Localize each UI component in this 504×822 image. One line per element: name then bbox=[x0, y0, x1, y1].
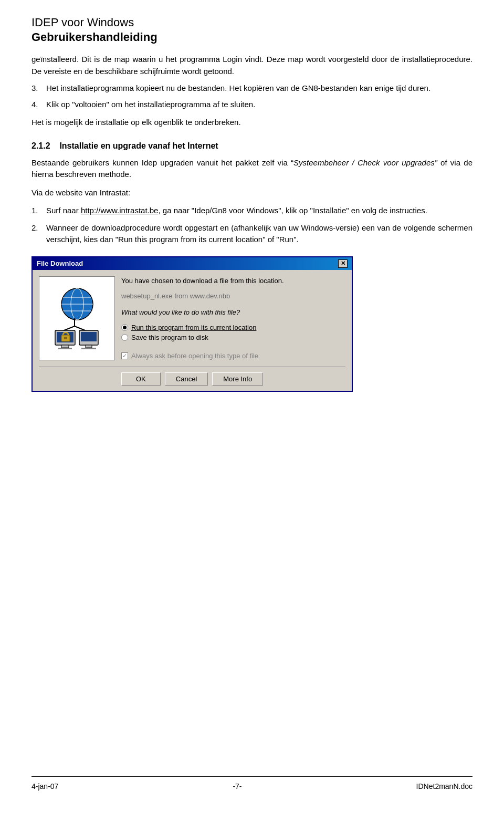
dialog-text-area: You have chosen to download a file from … bbox=[121, 276, 345, 360]
dialog-titlebar: File Download ✕ bbox=[33, 257, 352, 270]
step-3-text: Het installatieprogramma kopieert nu de … bbox=[46, 82, 472, 95]
website-step-1: 1. Surf naar http://www.intrastat.be, ga… bbox=[32, 205, 472, 217]
radio-run[interactable]: Run this program from its current locati… bbox=[121, 324, 345, 331]
website-step-2-number: 2. bbox=[32, 222, 46, 246]
svg-rect-10 bbox=[61, 345, 69, 348]
svg-rect-15 bbox=[81, 332, 97, 341]
step-4: 4. Klik op "voltooien" om het installati… bbox=[32, 99, 472, 111]
footer-page: -7- bbox=[233, 782, 242, 790]
radio-run-circle[interactable] bbox=[121, 324, 128, 331]
ok-button[interactable]: OK bbox=[121, 372, 161, 386]
website-step-1-number: 1. bbox=[32, 205, 46, 217]
header-title: IDEP voor Windows bbox=[32, 16, 472, 29]
page-footer: 4-jan-07 -7- IDNet2manN.doc bbox=[32, 776, 472, 790]
svg-rect-11 bbox=[58, 348, 72, 349]
radio-group: Run this program from its current locati… bbox=[121, 324, 345, 341]
dialog-buttons: OK Cancel More Info bbox=[33, 367, 352, 391]
dialog-filename: websetup_nl.exe from www.dev.nbb bbox=[121, 292, 345, 300]
website-step-1-text: Surf naar http://www.intrastat.be, ga na… bbox=[46, 205, 472, 217]
always-ask-row[interactable]: ✓ Always ask before opening this type of… bbox=[121, 352, 345, 360]
website-step-2-text: Wanneer de downloadprocedure wordt opges… bbox=[46, 222, 472, 246]
dialog-icon-area bbox=[39, 276, 115, 360]
section-title: Installatie en upgrade vanaf het Interne… bbox=[59, 141, 218, 150]
dialog-question: What would you like to do with this file… bbox=[121, 308, 345, 316]
website-step-2-container: 2. Wanneer de downloadprocedure wordt op… bbox=[32, 222, 472, 246]
section-heading: 2.1.2 Installatie en upgrade vanaf het I… bbox=[32, 141, 472, 151]
checkbox-check-mark: ✓ bbox=[122, 352, 127, 359]
intrastat-link[interactable]: http://www.intrastat.be bbox=[81, 206, 159, 215]
dialog-overlay: File Download ✕ bbox=[32, 256, 472, 392]
section-intro: Bestaande gebruikers kunnen Idep upgrade… bbox=[32, 157, 472, 181]
dialog-close-button[interactable]: ✕ bbox=[338, 259, 348, 268]
intro-paragraph: geïnstalleerd. Dit is de map waarin u he… bbox=[32, 54, 472, 77]
more-info-button[interactable]: More Info bbox=[212, 372, 263, 386]
radio-save-circle[interactable] bbox=[121, 334, 128, 341]
step-3-number: 3. bbox=[32, 82, 46, 95]
section-number: 2.1.2 bbox=[32, 141, 50, 150]
page-header: IDEP voor Windows Gebruikershandleiding bbox=[32, 16, 472, 44]
svg-rect-13 bbox=[64, 337, 67, 339]
dialog-message: You have chosen to download a file from … bbox=[121, 276, 345, 286]
file-download-icon bbox=[46, 284, 109, 352]
svg-rect-17 bbox=[81, 348, 96, 349]
header-subtitle: Gebruikershandleiding bbox=[32, 30, 472, 44]
svg-rect-16 bbox=[86, 345, 92, 348]
radio-run-label: Run this program from its current locati… bbox=[131, 324, 256, 331]
footer-filename: IDNet2manN.doc bbox=[416, 782, 472, 790]
always-ask-label: Always ask before opening this type of f… bbox=[131, 352, 258, 360]
dialog-title: File Download bbox=[37, 259, 83, 267]
step-3: 3. Het installatieprogramma kopieert nu … bbox=[32, 82, 472, 95]
file-download-dialog: File Download ✕ bbox=[32, 256, 353, 392]
always-ask-checkbox[interactable]: ✓ bbox=[121, 352, 128, 359]
step-4-number: 4. bbox=[32, 99, 46, 111]
interrupt-note: Het is mogelijk de installatie op elk og… bbox=[32, 117, 472, 129]
step-4-text: Klik op "voltooien" om het installatiepr… bbox=[46, 99, 472, 111]
dialog-body: You have chosen to download a file from … bbox=[33, 270, 352, 367]
footer-date: 4-jan-07 bbox=[32, 782, 58, 790]
radio-save-label: Save this program to disk bbox=[131, 334, 208, 341]
via-website: Via de website van Intrastat: bbox=[32, 187, 472, 199]
cancel-button[interactable]: Cancel bbox=[165, 372, 208, 386]
radio-save[interactable]: Save this program to disk bbox=[121, 334, 345, 341]
